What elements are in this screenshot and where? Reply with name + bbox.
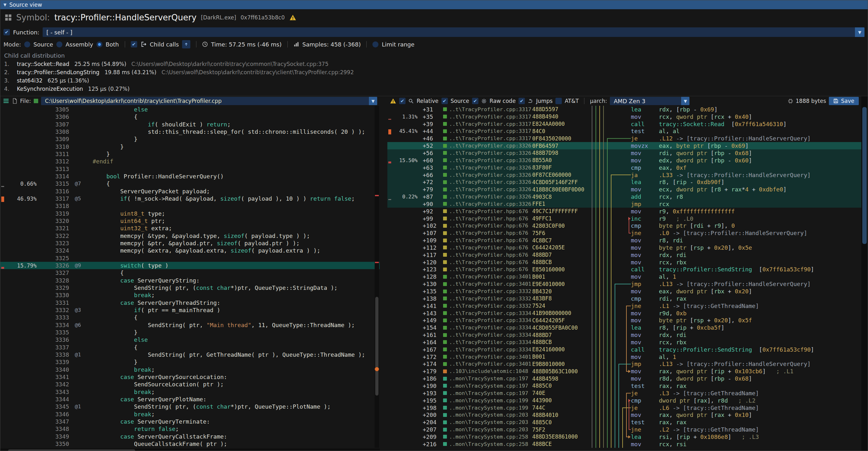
radio-mode-assembly[interactable] (56, 41, 62, 48)
source-location[interactable]: ..mon\TracySystem.cpp:258 (443, 434, 532, 440)
asm-instruction-row[interactable]: +102..t\TracyProfiler.hpp:67642803C0F00c… (388, 222, 861, 230)
source-line-row[interactable]: 3348 return false; (0, 425, 380, 432)
asm-instruction-row[interactable]: +130..t\TracyProfiler.cpp:3401E9E4010000… (388, 280, 861, 288)
radio-mode-both[interactable] (96, 41, 102, 48)
radio-mode-source[interactable] (24, 41, 30, 48)
source-location[interactable]: ..mon\TracySystem.cpp:197 (443, 383, 532, 389)
source-line-row[interactable]: 3337 { (0, 344, 380, 351)
source-checkbox[interactable] (441, 98, 448, 104)
source-location[interactable]: ..mon\TracySystem.cpp:199 (443, 405, 532, 411)
asm-instruction-row[interactable]: +154..t\TracyProfiler.cpp:33344C8D055FBA… (388, 324, 861, 331)
source-line-row[interactable]: 3347 case ServerQueryTerminate: (0, 418, 380, 425)
source-line-row[interactable]: 15.79%3326@9 switch( type ) (0, 262, 380, 269)
source-location[interactable]: ..t\TracyProfiler.hpp:676 (443, 259, 532, 265)
radio-mode-both-label[interactable]: Both (106, 41, 119, 48)
child-call-entry[interactable]: 4.KeSynchronizeExecution125 µs (0.27%) (4, 85, 864, 93)
asm-instruction-row[interactable]: +186..mon\TracySystem.cpp:197448B4598mov… (388, 375, 861, 382)
child-calls-label[interactable]: Child calls (150, 41, 179, 48)
asm-instruction-row[interactable]: +52..t\TracyProfiler.cpp:33260FB64597mov… (388, 142, 861, 149)
source-line-row[interactable]: 3350 QueueCallstackFrame( ptr ); (0, 440, 380, 448)
uarch-combo[interactable]: AMD Zen 3 ▼ (610, 97, 689, 105)
function-combo-arrow-icon[interactable]: ▼ (855, 27, 865, 37)
source-location[interactable]: ..t\TracyProfiler.cpp:3317 (443, 121, 532, 127)
asm-instruction-row[interactable]: +128..t\TracyProfiler.cpp:3401B001moval,… (388, 273, 861, 280)
limit-range-toggle[interactable] (372, 41, 378, 48)
source-horizontal-scrollbar[interactable] (0, 448, 380, 451)
source-line-row[interactable]: 3330 break; (0, 292, 380, 299)
source-location[interactable]: ..t\TracyProfiler.cpp:3317 (443, 107, 532, 113)
source-location[interactable]: ..t\TracyProfiler.cpp:3334 (443, 347, 532, 353)
assembly-view[interactable]: +31..t\TracyProfiler.cpp:3317488D5597lea… (388, 106, 861, 448)
scrollbar-thumb[interactable] (375, 297, 378, 396)
source-location[interactable]: ..t\TracyProfiler.cpp:3317 (443, 114, 532, 120)
source-location[interactable]: ..t\TracyProfiler.cpp:3326 (443, 143, 532, 149)
asm-instruction-row[interactable]: +172..t\TracyProfiler.cpp:3401B001moval,… (388, 353, 861, 361)
source-line-row[interactable]: 3341 case ServerQuerySourceLocation: (0, 373, 380, 381)
source-location[interactable]: ..103\include\atomic:1048 (443, 368, 532, 374)
source-vertical-scrollbar[interactable] (375, 106, 379, 448)
source-label[interactable]: Source (451, 98, 469, 104)
scrollbar-thumb[interactable] (8, 449, 135, 451)
source-line-row[interactable]: 3342 SendSourceLocation( ptr ); (0, 381, 380, 388)
source-location[interactable]: ..t\TracyProfiler.hpp:676 (443, 222, 532, 229)
source-location[interactable]: ..t\TracyProfiler.cpp:3332 (443, 288, 532, 294)
asm-instruction-row[interactable]: +195..mon\TracySystem.cpp:199443900cmpdw… (388, 397, 861, 404)
go-to-parent-button[interactable] (182, 40, 190, 49)
source-location[interactable]: ..t\TracyProfiler.cpp:3334 (443, 317, 532, 323)
source-location[interactable]: ..t\TracyProfiler.hpp:676 (443, 245, 532, 251)
source-line-row[interactable]: 3327 { (0, 269, 380, 276)
source-location[interactable]: ..t\TracyProfiler.cpp:3334 (443, 310, 532, 316)
att-label[interactable]: AT&T (565, 98, 579, 104)
source-location[interactable]: ..t\TracyProfiler.cpp:3326 (443, 172, 532, 178)
asm-instruction-row[interactable]: +107..t\TracyProfiler.hpp:67675F6jne.L0 … (388, 229, 861, 237)
assembly-vertical-scrollbar[interactable] (861, 96, 868, 451)
pane-splitter[interactable] (380, 96, 388, 451)
asm-instruction-row[interactable]: +39..t\TracyProfiler.cpp:3317E824AA0000c… (388, 120, 861, 128)
window-titlebar[interactable]: ▼ Source view (0, 0, 868, 9)
source-line-row[interactable]: 3320 uint64_t ptr; (0, 217, 380, 224)
source-location[interactable]: ..mon\TracySystem.cpp:197 (443, 390, 532, 396)
source-location[interactable]: ..t\TracyProfiler.hpp:676 (443, 208, 532, 214)
source-line-row[interactable]: 3349 case ServerQueryCallstackFrame: (0, 432, 380, 440)
asm-instruction-row[interactable]: +141..t\TracyProfiler.cpp:33327524jne.L1… (388, 302, 861, 309)
source-location[interactable]: ..mon\TracySystem.cpp:199 (443, 397, 532, 403)
asm-instruction-row[interactable]: +63..t\TracyProfiler.cpp:332683F80Fcmpea… (388, 164, 861, 171)
radio-mode-assembly-label[interactable]: Assembly (66, 41, 93, 48)
radio-mode-source-label[interactable]: Source (33, 41, 53, 48)
uarch-combo-arrow-icon[interactable]: ▼ (681, 97, 689, 105)
asm-instruction-row[interactable]: 45.41%+44..t\TracyProfiler.cpp:331784C0t… (388, 128, 861, 135)
source-location[interactable]: ..t\TracyProfiler.cpp:3401 (443, 361, 532, 367)
source-line-row[interactable]: 3319 uint8_t type; (0, 210, 380, 217)
asm-instruction-row[interactable]: +143..t\TracyProfiler.cpp:333441B90B0000… (388, 309, 861, 317)
source-line-row[interactable]: 3346 break; (0, 410, 380, 418)
source-location[interactable]: ..t\TracyProfiler.cpp:3334 (443, 325, 532, 331)
asm-instruction-row[interactable]: +123..t\TracyProfiler.hpp:676E850160000c… (388, 266, 861, 273)
source-location[interactable]: ..t\TracyProfiler.hpp:676 (443, 252, 532, 258)
source-location[interactable]: ..t\TracyProfiler.hpp:676 (443, 266, 532, 272)
source-line-row[interactable]: 3340 break; (0, 366, 380, 373)
asm-instruction-row[interactable]: +161..t\TracyProfiler.cpp:3334488BD7movr… (388, 331, 861, 338)
function-checkbox[interactable] (3, 29, 10, 35)
source-location[interactable]: ..t\TracyProfiler.cpp:3317 (443, 136, 532, 142)
asm-instruction-row[interactable]: +164..t\TracyProfiler.cpp:3334488BCBmovr… (388, 338, 861, 346)
source-line-row[interactable]: 3316 ServerQueryPacket payload; (0, 188, 380, 195)
source-line-row[interactable]: 3335 } (0, 329, 380, 336)
source-line-row[interactable]: 3305 else (0, 106, 380, 113)
child-call-entry[interactable]: 2.tracy::Profiler::SendLongString19.88 m… (4, 68, 864, 77)
source-line-row[interactable]: 3329 SendString( ptr, (const char*)ptr, … (0, 284, 380, 292)
source-line-row[interactable]: 3321 uint32_t extra; (0, 224, 380, 232)
asm-instruction-row[interactable]: +72..t\TracyProfiler.cpp:33264C8D05F146F… (388, 178, 861, 186)
asm-instruction-row[interactable]: +174..t\TracyProfiler.cpp:3401E9B8010000… (388, 361, 861, 368)
source-location[interactable]: ..t\TracyProfiler.cpp:3317 (443, 128, 532, 134)
source-line-row[interactable]: 3311 } (0, 150, 380, 158)
source-line-row[interactable]: 3328 case ServerQueryString: (0, 277, 380, 284)
asm-instruction-row[interactable]: +117..t\TracyProfiler.hpp:676488BD7movrd… (388, 251, 861, 259)
asm-instruction-row[interactable]: +120..t\TracyProfiler.hpp:676488BCBmovrc… (388, 259, 861, 266)
source-line-row[interactable]: 0.66%3315@7 { (0, 180, 380, 187)
asm-instruction-row[interactable]: 15.50%+60..t\TracyProfiler.cpp:33268B55A… (388, 157, 861, 164)
source-location[interactable]: ..mon\TracySystem.cpp:258 (443, 441, 532, 447)
source-line-row[interactable]: 3322 memcpy( &type, &payload.type, sizeo… (0, 232, 380, 240)
source-line-row[interactable]: 3308 std::this_thread::sleep_for( std::c… (0, 128, 380, 136)
source-line-row[interactable]: 3339 } (0, 358, 380, 366)
source-location[interactable]: ..t\TracyProfiler.cpp:3326 (443, 150, 532, 156)
